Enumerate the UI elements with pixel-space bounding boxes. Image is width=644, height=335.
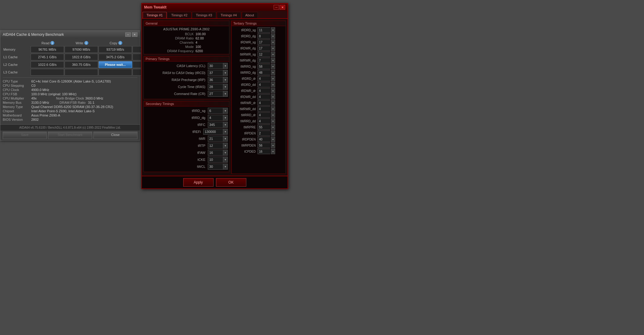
- cpu-type-label: CPU Type: [3, 80, 30, 83]
- trdwrdd-value[interactable]: 4: [258, 94, 270, 100]
- cr-value[interactable]: 2T: [208, 91, 223, 97]
- trrddg-arrow[interactable]: ▼: [223, 115, 228, 121]
- twrrdsg-value[interactable]: 58: [258, 64, 270, 69]
- twrrddd-value[interactable]: 4: [258, 118, 270, 124]
- trp-value[interactable]: 36: [208, 77, 223, 83]
- cpu-mult-label: CPU Multiplier: [3, 96, 30, 100]
- twrrddd-arrow[interactable]: ▼: [271, 118, 275, 124]
- trefi-value[interactable]: 130000: [203, 129, 223, 135]
- trpden-value[interactable]: 2: [258, 130, 270, 136]
- tras-value[interactable]: 28: [208, 84, 223, 90]
- save-button[interactable]: Save: [3, 132, 47, 139]
- trdwrsg-value[interactable]: 17: [258, 39, 270, 45]
- trrds-arrow[interactable]: ▼: [223, 108, 228, 114]
- twrrddg-value[interactable]: 48: [258, 70, 270, 75]
- twrpre-arrow[interactable]: ▼: [271, 124, 275, 130]
- mem-close-button[interactable]: ✕: [280, 5, 285, 10]
- trp-arrow[interactable]: ▼: [223, 77, 228, 83]
- trrddg-value[interactable]: 4: [208, 115, 223, 121]
- tab-timings3[interactable]: Timings #3: [192, 12, 216, 18]
- trdrdsg-arrow[interactable]: ▼: [271, 27, 275, 33]
- trdrddd-arrow[interactable]: ▼: [271, 82, 275, 87]
- tfaw-arrow[interactable]: ▼: [223, 150, 228, 156]
- twr-arrow[interactable]: ▼: [223, 136, 228, 142]
- trrds-value[interactable]: 6: [208, 108, 223, 114]
- tab-timings2[interactable]: Timings #2: [167, 12, 191, 18]
- trdwrdg-arrow[interactable]: ▼: [271, 46, 275, 51]
- trdrddr-arrow[interactable]: ▼: [271, 76, 275, 81]
- twrwrdd-arrow[interactable]: ▼: [271, 106, 275, 112]
- cl-arrow[interactable]: ▼: [223, 63, 228, 69]
- trpden-arrow[interactable]: ▼: [271, 130, 275, 136]
- tcke-value[interactable]: 10: [208, 157, 223, 163]
- trdpden-value[interactable]: 40: [258, 137, 270, 142]
- please-wait-button[interactable]: Please wait...: [99, 61, 132, 68]
- trdwrdr-arrow[interactable]: ▼: [271, 88, 275, 93]
- trdwrdd-arrow[interactable]: ▼: [271, 94, 275, 100]
- twrwrdg-arrow[interactable]: ▼: [271, 58, 275, 63]
- tab-about[interactable]: About: [241, 12, 258, 18]
- tcpded-arrow[interactable]: ▼: [271, 149, 275, 154]
- memory-bus-value: 3100.0 MHz: [31, 101, 49, 104]
- read-info-icon[interactable]: i: [50, 41, 54, 45]
- start-benchmark-button[interactable]: Start Benchmark: [48, 132, 92, 139]
- trdrddg-value[interactable]: 8: [258, 33, 270, 39]
- cl-value[interactable]: 30: [208, 63, 223, 69]
- tcpded-value[interactable]: 16: [258, 149, 270, 154]
- trdwrsg-arrow[interactable]: ▼: [271, 39, 275, 45]
- twrrddr-value[interactable]: 4: [258, 112, 270, 118]
- twrrdsg-arrow[interactable]: ▼: [271, 64, 275, 69]
- minimize-button[interactable]: ─: [125, 32, 131, 37]
- trtp-arrow[interactable]: ▼: [223, 143, 228, 149]
- motherboard-row: Motherboard Asus Prime Z690-A: [3, 113, 137, 117]
- trdrddg-arrow[interactable]: ▼: [271, 33, 275, 39]
- tab-timings4[interactable]: Timings #4: [217, 12, 241, 18]
- trdwrdr-value[interactable]: 4: [258, 88, 270, 93]
- ok-button[interactable]: OK: [216, 178, 246, 187]
- tfaw-value[interactable]: 16: [208, 150, 223, 156]
- aida-close-button[interactable]: Close: [93, 132, 137, 139]
- apply-button[interactable]: Apply: [183, 178, 214, 187]
- twrwrdr-arrow[interactable]: ▼: [271, 100, 275, 106]
- trdpden-arrow[interactable]: ▼: [271, 137, 275, 142]
- trdrdsg-value[interactable]: 11: [258, 27, 270, 33]
- twcl-arrow[interactable]: ▼: [223, 164, 228, 170]
- twrwrsg-arrow[interactable]: ▼: [271, 52, 275, 57]
- trdrddr-value[interactable]: 4: [258, 76, 270, 81]
- tras-arrow[interactable]: ▼: [223, 84, 228, 90]
- trdrddd-value[interactable]: 4: [258, 82, 270, 87]
- tab-timings1[interactable]: Timings #1: [143, 12, 167, 18]
- twrpden-arrow[interactable]: ▼: [271, 143, 275, 148]
- trefi-arrow[interactable]: ▼: [223, 129, 228, 135]
- close-button[interactable]: ✕: [132, 32, 137, 37]
- mem-left-panel: General ASUSTeK PRIME Z690-A 2802 BCLK 1…: [143, 21, 229, 174]
- twrpre-value[interactable]: 55: [258, 124, 270, 130]
- write-info-icon[interactable]: i: [84, 41, 88, 45]
- twcl-value[interactable]: 30: [208, 164, 223, 170]
- trfc-arrow[interactable]: ▼: [223, 122, 228, 128]
- trp-select: 36 ▼: [208, 77, 228, 83]
- trdrddg-label: tRDRD_dg: [233, 35, 257, 38]
- trtp-value[interactable]: 12: [208, 143, 223, 149]
- cr-arrow[interactable]: ▼: [223, 91, 228, 97]
- primary-content: CAS# Latency (CL) 30 ▼ RAS# to CAS# Dela…: [144, 62, 229, 99]
- twrrddg-arrow[interactable]: ▼: [271, 70, 275, 75]
- twrpden-value[interactable]: 56: [258, 143, 270, 148]
- l1-write: 1822.8 GB/s: [65, 54, 98, 60]
- twrwrsg-value[interactable]: 12: [258, 52, 270, 57]
- nb-clock-label: North Bridge Clock: [56, 96, 84, 100]
- copy-info-icon[interactable]: i: [118, 41, 122, 45]
- twr-value[interactable]: 21: [208, 136, 223, 142]
- l3-copy: [99, 69, 132, 76]
- twrwrdg-value[interactable]: 7: [258, 58, 270, 63]
- trcd-arrow[interactable]: ▼: [223, 70, 228, 76]
- twrwrdd-value[interactable]: 4: [258, 106, 270, 112]
- tcke-arrow[interactable]: ▼: [223, 157, 228, 163]
- trcd-value[interactable]: 37: [208, 70, 223, 76]
- mem-minimize-button[interactable]: ─: [274, 5, 279, 10]
- trdrdsg-label: tRDRD_sg: [233, 29, 257, 32]
- twrrddr-arrow[interactable]: ▼: [271, 112, 275, 118]
- trdwrdg-value[interactable]: 17: [258, 46, 270, 51]
- trfc-value[interactable]: 345: [208, 122, 223, 128]
- twrwrdr-value[interactable]: 4: [258, 100, 270, 106]
